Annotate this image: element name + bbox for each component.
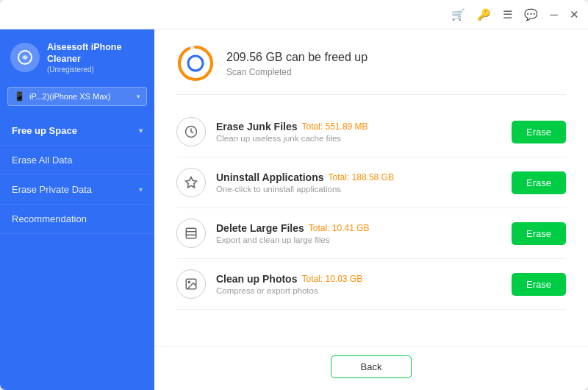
main-area: Aiseesoft iPhone Cleaner (Unregistered) … [0, 29, 588, 390]
minimize-icon[interactable]: ─ [550, 8, 558, 21]
sidebar: Aiseesoft iPhone Cleaner (Unregistered) … [0, 29, 154, 390]
photos-title: Clean up Photos [216, 273, 297, 285]
nav-chevron-erase-private: ▾ [139, 185, 143, 194]
junk-files-text: Erase Junk Files Total: 551.89 MB Clean … [216, 121, 501, 143]
uninstall-apps-text: Uninstall Applications Total: 188.58 GB … [216, 171, 501, 194]
nav-label-free-up-space: Free up Space [12, 125, 77, 136]
list-item: Erase Junk Files Total: 551.89 MB Clean … [176, 107, 566, 157]
svg-point-10 [188, 281, 190, 283]
nav-label-erase-all-data: Erase All Data [12, 155, 72, 166]
photos-total: Total: 10.03 GB [301, 274, 362, 284]
large-files-total: Total: 10.41 GB [309, 223, 370, 233]
free-amount: 209.56 GB [226, 51, 283, 63]
photos-desc: Compress or export photos [216, 286, 501, 295]
junk-files-title: Erase Junk Files [216, 121, 298, 132]
list-item: Clean up Photos Total: 10.03 GB Compress… [176, 259, 566, 310]
content-footer: Back [154, 346, 588, 390]
key-icon[interactable]: 🔑 [477, 8, 491, 21]
junk-files-desc: Clean up useless junk cache files [216, 134, 501, 143]
list-item: Delete Large Files Total: 10.41 GB Expor… [176, 208, 566, 259]
free-suffix: can be freed up [283, 51, 368, 63]
menu-icon[interactable]: ☰ [503, 8, 512, 21]
device-selector[interactable]: 📱 iP...2)(iPhone XS Max) ▾ [7, 87, 147, 106]
back-button[interactable]: Back [331, 355, 412, 378]
sidebar-nav: Free up Space ▾ Erase All Data Erase Pri… [0, 116, 154, 234]
nav-label-erase-private-data: Erase Private Data [12, 184, 92, 195]
list-item: Uninstall Applications Total: 188.58 GB … [176, 157, 566, 208]
sidebar-item-erase-all-data[interactable]: Erase All Data [0, 146, 154, 175]
app-window: 🛒 🔑 ☰ 💬 ─ ✕ Aiseesoft iPhone Cleaner [0, 0, 588, 390]
device-chevron-icon: ▾ [137, 93, 140, 100]
device-phone-icon: 📱 [14, 91, 25, 102]
app-title-block: Aiseesoft iPhone Cleaner (Unregistered) [47, 41, 144, 74]
large-files-icon [176, 219, 206, 248]
device-name-label: iP...2)(iPhone XS Max) [29, 92, 132, 101]
content-area: 209.56 GB can be freed up Scan Completed [154, 29, 588, 390]
large-files-text: Delete Large Files Total: 10.41 GB Expor… [216, 222, 501, 244]
large-files-title: Delete Large Files [216, 222, 304, 234]
progress-ring-icon [176, 44, 215, 82]
svg-point-3 [188, 56, 203, 71]
svg-rect-6 [186, 228, 196, 238]
sidebar-item-recommendation[interactable]: Recommendation [0, 205, 154, 234]
app-title: Aiseesoft iPhone Cleaner [47, 41, 144, 65]
photos-text: Clean up Photos Total: 10.03 GB Compress… [216, 273, 501, 295]
scan-status-text: Scan Completed [226, 67, 368, 77]
uninstall-apps-desc: One-click to uninstall applications [216, 185, 501, 194]
sidebar-header: Aiseesoft iPhone Cleaner (Unregistered) [0, 29, 154, 84]
svg-marker-5 [186, 177, 197, 188]
sidebar-item-free-up-space[interactable]: Free up Space ▾ [0, 116, 154, 146]
uninstall-apps-total: Total: 188.58 GB [329, 172, 394, 182]
scan-text-block: 209.56 GB can be freed up Scan Completed [226, 49, 368, 77]
titlebar: 🛒 🔑 ☰ 💬 ─ ✕ [0, 0, 588, 29]
titlebar-controls: 🛒 🔑 ☰ 💬 ─ ✕ [451, 8, 579, 21]
nav-label-recommendation: Recommendation [12, 213, 87, 224]
close-icon[interactable]: ✕ [570, 8, 579, 21]
nav-chevron-free-up-space: ▾ [139, 127, 143, 135]
chat-icon[interactable]: 💬 [524, 8, 538, 21]
can-free-text: 209.56 GB can be freed up [226, 49, 368, 65]
junk-files-icon [176, 117, 206, 146]
content-inner: 209.56 GB can be freed up Scan Completed [154, 29, 588, 346]
erase-junk-files-button[interactable]: Erase [512, 121, 566, 143]
photos-icon [176, 269, 206, 299]
uninstall-apps-icon [176, 168, 206, 197]
scan-result-header: 209.56 GB can be freed up Scan Completed [176, 44, 566, 95]
app-subtitle: (Unregistered) [47, 65, 144, 74]
uninstall-apps-title: Uninstall Applications [216, 171, 324, 183]
erase-large-files-button[interactable]: Erase [512, 222, 566, 245]
svg-point-2 [179, 47, 212, 79]
junk-files-total: Total: 551.89 MB [302, 121, 368, 132]
cart-icon[interactable]: 🛒 [451, 8, 465, 21]
app-logo [10, 43, 40, 72]
items-list: Erase Junk Files Total: 551.89 MB Clean … [176, 107, 566, 310]
erase-apps-button[interactable]: Erase [512, 171, 566, 194]
erase-photos-button[interactable]: Erase [512, 273, 566, 296]
sidebar-item-erase-private-data[interactable]: Erase Private Data ▾ [0, 175, 154, 205]
large-files-desc: Export and clean up large files [216, 235, 501, 244]
